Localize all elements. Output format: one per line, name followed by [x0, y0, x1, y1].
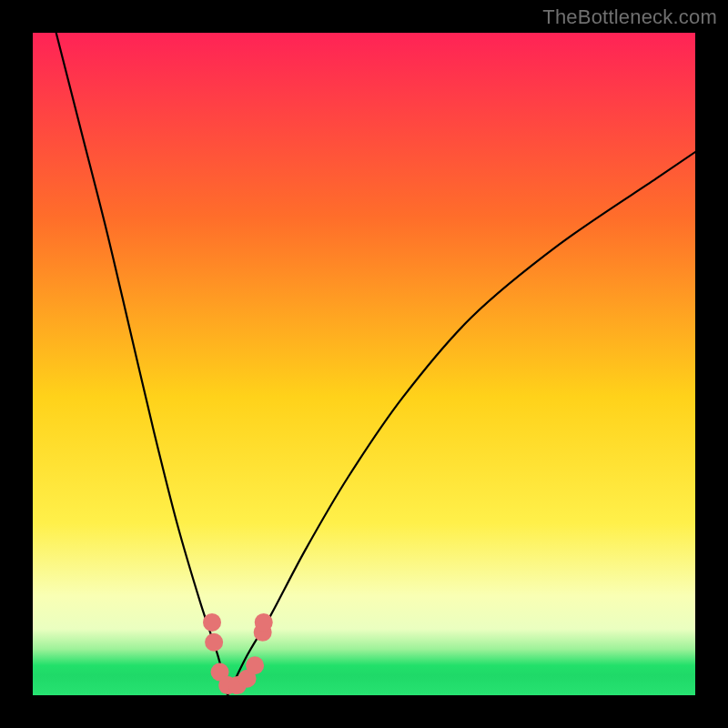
marker-dot [255, 613, 273, 632]
marker-dot [205, 633, 223, 652]
chart-frame: TheBottleneck.com [0, 0, 728, 728]
gradient-background [33, 33, 695, 695]
watermark-text: TheBottleneck.com [542, 5, 717, 29]
chart-canvas [33, 33, 695, 695]
chart-svg [33, 33, 695, 695]
marker-dot [246, 656, 264, 674]
marker-dot [203, 613, 221, 632]
